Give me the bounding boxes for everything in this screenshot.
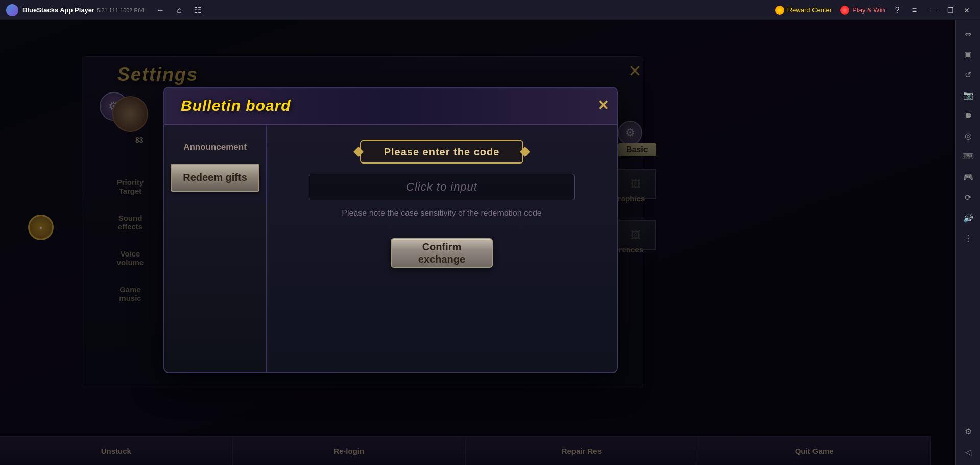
reward-icon xyxy=(775,6,784,15)
titlebar-right: Reward Center Play & Win ? ≡ — ❐ ✕ xyxy=(775,3,974,17)
close-button[interactable]: ✕ xyxy=(960,3,974,17)
redeem-content-panel: Please enter the code Click to input Ple… xyxy=(267,125,617,372)
titlebar-nav: ← ⌂ ☷ xyxy=(154,3,203,17)
reward-center[interactable]: Reward Center xyxy=(775,6,832,15)
modal-close-button[interactable]: ✕ xyxy=(597,99,609,113)
modal-body: Announcement Redeem gifts Please enter t… xyxy=(164,125,617,372)
code-sensitivity-note: Please note the case sensitivity of the … xyxy=(342,208,541,218)
back-button[interactable]: ← xyxy=(154,3,166,17)
right-sidebar: ⇔ ▣ ↺ 📷 ⏺ ◎ ⌨ 🎮 ⟳ 🔊 ⋮ ⚙ ◁ xyxy=(955,20,980,465)
code-input-placeholder: Click to input xyxy=(406,180,477,194)
bluestacks-logo xyxy=(6,4,18,16)
bulletin-modal: Bulletin board ✕ Announcement Redeem gif… xyxy=(163,87,618,373)
sidebar-expand-icon[interactable]: ⇔ xyxy=(959,25,977,43)
tab-announcement[interactable]: Announcement xyxy=(171,135,259,159)
menu-button[interactable]: ≡ xyxy=(910,4,919,17)
sidebar-rotate-icon[interactable]: ⟳ xyxy=(959,188,977,206)
app-name: BlueStacks App Player xyxy=(22,6,94,14)
sidebar-collapse-icon[interactable]: ◁ xyxy=(959,443,977,461)
confirm-btn-line2: exchange xyxy=(418,253,465,265)
sidebar-macro-icon[interactable]: ⌨ xyxy=(959,147,977,166)
sidebar-settings-icon[interactable]: ⚙ xyxy=(959,422,977,440)
modal-header: Bulletin board ✕ xyxy=(164,88,617,125)
window-controls: — ❐ ✕ xyxy=(927,3,974,17)
code-input-field[interactable]: Click to input xyxy=(309,174,575,200)
modal-tabs: Announcement Redeem gifts xyxy=(164,125,267,372)
tab-redeem-gifts[interactable]: Redeem gifts xyxy=(171,164,259,192)
playnwin-icon xyxy=(840,6,849,15)
play-win[interactable]: Play & Win xyxy=(840,6,885,15)
app-version: 5.21.111.1002 P64 xyxy=(97,7,144,13)
sidebar-more-icon[interactable]: ⋮ xyxy=(959,229,977,247)
maximize-button[interactable]: ❐ xyxy=(943,3,958,17)
main-content: Settings ✕ ⚙ 83 PriorityTarget Soundeffe… xyxy=(0,20,955,465)
titlebar: BlueStacks App Player 5.21.111.1002 P64 … xyxy=(0,0,980,20)
sidebar-screenshot-icon[interactable]: 📷 xyxy=(959,86,977,104)
confirm-btn-line1: Confirm xyxy=(422,241,462,253)
sidebar-volume-icon[interactable]: 🔊 xyxy=(959,208,977,227)
sidebar-screen-icon[interactable]: ▣ xyxy=(959,45,977,63)
confirm-exchange-button[interactable]: Confirm exchange xyxy=(391,238,493,268)
sidebar-refresh-icon[interactable]: ↺ xyxy=(959,65,977,84)
code-label-text: Please enter the code xyxy=(384,146,500,158)
help-button[interactable]: ? xyxy=(893,4,902,17)
bookmark-button[interactable]: ☷ xyxy=(192,3,203,17)
modal-title: Bulletin board xyxy=(181,97,291,114)
sidebar-record-icon[interactable]: ⏺ xyxy=(959,106,977,125)
sidebar-controller-icon[interactable]: 🎮 xyxy=(959,168,977,186)
sidebar-camera-icon[interactable]: ◎ xyxy=(959,127,977,145)
home-button[interactable]: ⌂ xyxy=(175,3,184,17)
code-label-wrapper: Please enter the code xyxy=(360,140,523,164)
minimize-button[interactable]: — xyxy=(927,3,941,17)
